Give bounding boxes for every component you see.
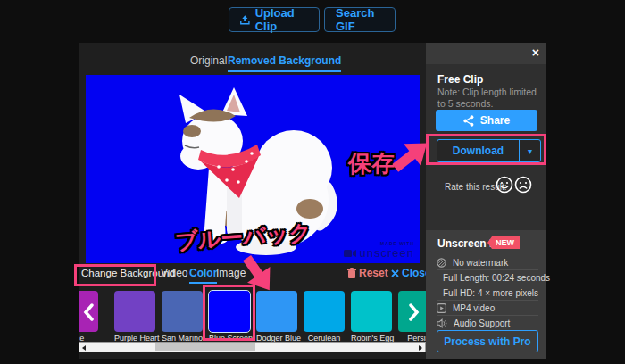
feature-label: No watermark: [453, 258, 508, 268]
feature-label: Full HD: 4 × more pixels: [443, 288, 538, 298]
feature-full-length: Full Length: 00:24 seconds: [437, 270, 538, 285]
pro-feature-list: No watermark Full Length: 00:24 seconds …: [437, 255, 538, 331]
scroll-left-arrow[interactable]: [82, 345, 86, 351]
share-label: Share: [480, 114, 510, 127]
feature-no-watermark: No watermark: [437, 255, 538, 270]
preview-panel: Original Removed Background: [79, 43, 426, 359]
download-split-button[interactable]: Download ▾: [437, 139, 541, 162]
free-clip-title: Free Clip: [438, 73, 483, 86]
close-background-bar-button[interactable]: Close: [391, 267, 426, 279]
audio-icon: [437, 318, 447, 328]
rate-happy-icon[interactable]: [496, 176, 513, 194]
arrow-to-swatch-icon: [237, 252, 279, 294]
tab-original[interactable]: Original: [190, 54, 227, 67]
feature-label: Full Length: 00:24 seconds: [443, 273, 550, 283]
scrollbar-thumb[interactable]: [155, 343, 255, 351]
share-button[interactable]: Share: [436, 110, 538, 131]
close-label: Close: [402, 267, 426, 279]
reset-button[interactable]: Reset: [347, 267, 388, 279]
swatch-san-marino[interactable]: [162, 291, 203, 332]
bgtab-video[interactable]: Video: [161, 267, 188, 279]
feature-full-hd: Full HD: 4 × more pixels: [437, 285, 538, 301]
sidebar-header: ×: [426, 43, 546, 64]
free-clip-note: Note: Clip length limited to 5 seconds.: [438, 87, 538, 110]
feature-label: MP4 video: [453, 303, 495, 313]
sidebar-close-icon[interactable]: ×: [532, 46, 539, 60]
unscreen-watermark: MADE WITH unscreen: [344, 241, 414, 260]
upload-clip-button[interactable]: Upload Clip: [229, 7, 320, 32]
swatch-scrollbar[interactable]: [79, 342, 426, 352]
swatch-robins-egg[interactable]: [351, 291, 392, 332]
watermark-icon: [437, 258, 446, 268]
unscreen-app: Upload Clip Search GIF Original Removed …: [0, 0, 625, 364]
sidebar: × Free Clip Note: Clip length limited to…: [426, 43, 546, 359]
feature-audio: Audio Support: [437, 316, 538, 331]
rate-sad-icon[interactable]: [514, 176, 532, 194]
pro-section: Unscreen Pro NEW No watermark Full Lengt…: [426, 230, 546, 359]
new-badge: NEW: [488, 236, 520, 249]
search-gif-label: Search GIF: [336, 6, 384, 33]
download-caret-icon[interactable]: ▾: [519, 140, 540, 161]
download-button[interactable]: Download: [438, 140, 519, 161]
camera-icon: [344, 249, 356, 258]
swatch-blue-screen[interactable]: [209, 291, 250, 332]
cat-illustration: [86, 75, 420, 263]
reset-label: Reset: [359, 267, 388, 279]
swatch-dodger-blue[interactable]: [256, 291, 297, 332]
watermark-brand: unscreen: [360, 246, 414, 260]
scroll-right-arrow[interactable]: [419, 345, 422, 351]
upload-icon: [240, 14, 250, 26]
chevron-right-icon[interactable]: [404, 303, 422, 321]
chevron-left-icon[interactable]: [80, 303, 98, 321]
close-x-icon: [391, 269, 399, 277]
search-gif-button[interactable]: Search GIF: [324, 7, 396, 32]
feature-label: Audio Support: [454, 318, 510, 328]
share-icon: [463, 115, 474, 127]
swatch-cerulean[interactable]: [304, 291, 345, 332]
video-icon: [437, 303, 446, 313]
swatch-purple-heart[interactable]: [114, 291, 155, 332]
process-with-pro-button[interactable]: Process with Pro: [437, 330, 538, 352]
trash-icon: [347, 268, 356, 278]
video-preview: MADE WITH unscreen: [86, 75, 420, 263]
upload-clip-label: Upload Clip: [255, 6, 308, 33]
tab-removed-background[interactable]: Removed Background: [228, 54, 341, 72]
feature-mp4: MP4 video: [437, 301, 538, 316]
arrow-to-download-icon: [388, 136, 432, 177]
bgtab-color[interactable]: Color: [189, 267, 217, 284]
